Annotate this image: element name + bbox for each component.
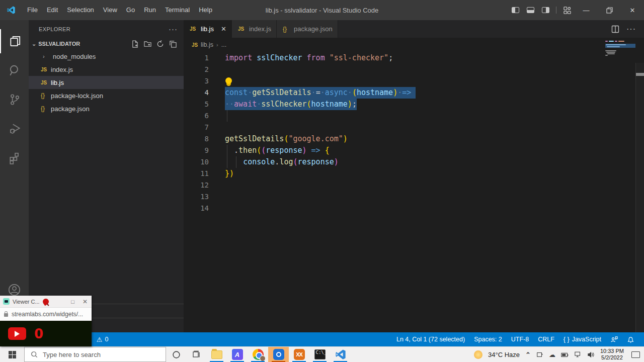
menu-file[interactable]: File (23, 0, 42, 20)
toggle-panel-icon[interactable] (523, 0, 538, 20)
menu-help[interactable]: Help (194, 0, 217, 20)
onedrive-cloud-icon[interactable]: ☁ (549, 351, 555, 358)
code-line-9[interactable]: 9 .then((response) => { (184, 145, 644, 156)
code-line-4[interactable]: 4const·getSslDetails·=·async·(hostname)·… (184, 87, 644, 99)
file-item-lib.js[interactable]: JSlib.js (29, 76, 184, 89)
volume-icon[interactable] (587, 351, 595, 358)
code-line-14[interactable]: 14 (184, 203, 644, 214)
code-line-3[interactable]: 3 (184, 75, 644, 87)
menu-edit[interactable]: Edit (42, 0, 62, 20)
line-number: 12 (184, 179, 209, 191)
overlay-address-bar[interactable]: streamlabs.com/widgets/... (0, 307, 92, 321)
breadcrumb-file[interactable]: lib.js (201, 41, 213, 48)
file-item-index.js[interactable]: JSindex.js (29, 63, 184, 76)
code-line-5[interactable]: 5··await·sslChecker(hostname); (184, 99, 644, 110)
pin-icon[interactable] (41, 297, 50, 306)
search-icon[interactable] (0, 58, 29, 82)
status-indentation[interactable]: Spaces: 2 (469, 336, 507, 343)
network-icon[interactable] (575, 351, 582, 357)
taskbar-app-streamlabs[interactable] (268, 347, 289, 362)
file-item-node_modules[interactable]: ›node_modules (29, 50, 184, 63)
code-line-11[interactable]: 11}) (184, 168, 644, 179)
action-center-icon[interactable] (631, 351, 640, 358)
source-control-icon[interactable] (0, 87, 29, 112)
close-button[interactable]: ✕ (621, 0, 644, 20)
tray-expand-chevron-icon[interactable]: ⌃ (525, 351, 531, 358)
code-line-12[interactable]: 12 (184, 179, 644, 191)
weather-text[interactable]: 34°C Haze (488, 351, 520, 358)
status-eol[interactable]: CRLF (533, 336, 559, 343)
lightbulb-icon[interactable] (225, 77, 232, 84)
menu-view[interactable]: View (99, 0, 122, 20)
battery-icon[interactable] (561, 352, 569, 357)
menu-bar: FileEditSelectionViewGoRunTerminalHelp (23, 0, 217, 20)
toggle-sidebar-icon[interactable] (508, 0, 523, 20)
code-line-13[interactable]: 13 (184, 191, 644, 203)
minimap-line (605, 50, 616, 51)
more-actions-icon[interactable]: ··· (626, 25, 636, 34)
file-item-package-lock.json[interactable]: {}package-lock.json (29, 89, 184, 102)
breadcrumb-more[interactable]: ... (221, 41, 226, 48)
overlay-close-icon[interactable]: ✕ (83, 298, 88, 305)
breadcrumb[interactable]: JS lib.js › ... (184, 38, 644, 52)
tab-lib.js[interactable]: JSlib.js✕ (184, 20, 232, 38)
overlay-maximize-icon[interactable]: □ (71, 299, 74, 305)
code-line-10[interactable]: 10 console.log(response) (184, 156, 644, 168)
taskbar-app-file-explorer[interactable] (206, 347, 227, 362)
code-line-2[interactable]: 2 (184, 64, 644, 75)
new-folder-icon[interactable] (144, 40, 151, 48)
tab-package.json[interactable]: {}package.json (277, 20, 338, 38)
notifications-bell-icon[interactable] (622, 336, 639, 343)
scrollbar-thumb[interactable] (636, 73, 644, 76)
run-debug-icon[interactable] (0, 117, 29, 141)
tab-label: lib.js (201, 25, 214, 33)
folder-section-header[interactable]: ⌄ SSLVALIDATOR (29, 38, 184, 50)
start-button[interactable] (0, 347, 24, 362)
menu-run[interactable]: Run (139, 0, 160, 20)
taskbar-app-cmd[interactable]: C:\_ (309, 347, 330, 362)
split-editor-icon[interactable] (611, 25, 619, 33)
status-cursor-position[interactable]: Ln 4, Col 1 (72 selected) (392, 336, 469, 343)
viewer-count-window[interactable]: Viewer C... □ ✕ streamlabs.com/widgets/.… (0, 296, 92, 346)
sidebar-more-icon[interactable]: ··· (169, 25, 178, 33)
overview-ruler[interactable] (635, 63, 644, 332)
minimize-button[interactable]: — (575, 0, 598, 20)
tab-close-icon[interactable]: ✕ (221, 25, 226, 33)
new-file-icon[interactable] (131, 40, 139, 48)
cortana-icon[interactable] (166, 347, 186, 362)
extensions-icon[interactable] (0, 146, 29, 170)
file-item-package.json[interactable]: {}package.json (29, 102, 184, 115)
toggle-secondary-sidebar-icon[interactable] (538, 0, 553, 20)
menu-go[interactable]: Go (122, 0, 139, 20)
taskbar-app-chrome[interactable] (248, 347, 268, 362)
collapse-all-icon[interactable] (169, 40, 177, 48)
taskbar-app-app-a[interactable]: A (227, 347, 248, 362)
explorer-icon[interactable] (0, 29, 29, 53)
overlay-title-bar[interactable]: Viewer C... □ ✕ (0, 296, 92, 307)
code-line-6[interactable]: 6 (184, 110, 644, 122)
menu-terminal[interactable]: Terminal (160, 0, 194, 20)
tab-index.js[interactable]: JSindex.js (232, 20, 277, 38)
status-encoding[interactable]: UTF-8 (507, 336, 533, 343)
taskbar-search[interactable]: Type here to search (24, 347, 166, 362)
taskbar-app-vscode[interactable] (330, 347, 351, 362)
minimap[interactable] (605, 40, 635, 90)
line-number: 1 (184, 52, 209, 64)
taskbar-app-xampp[interactable]: XX (289, 347, 309, 362)
code-area[interactable]: 1import sslChecker from "ssl-checker";23… (184, 52, 644, 332)
menu-selection[interactable]: Selection (62, 0, 98, 20)
customize-layout-icon[interactable] (559, 0, 575, 20)
refresh-icon[interactable] (156, 40, 164, 48)
feedback-icon[interactable] (606, 336, 622, 343)
task-view-icon[interactable] (186, 347, 206, 362)
code-line-1[interactable]: 1import sslChecker from "ssl-checker"; (184, 52, 644, 64)
app-window-icon[interactable] (536, 351, 543, 358)
language-mode[interactable]: { } JavaScript (559, 336, 606, 343)
restore-button[interactable] (598, 0, 621, 20)
taskbar-clock[interactable]: 10:33 PM 5/2/2022 (600, 348, 624, 361)
code-line-8[interactable]: 8getSslDetails("google.com") (184, 133, 644, 145)
code-line-7[interactable]: 7 (184, 122, 644, 133)
overlay-url[interactable]: streamlabs.com/widgets/... (12, 311, 83, 318)
line-number: 6 (184, 110, 209, 122)
cmd-icon: C:\_ (314, 349, 326, 359)
